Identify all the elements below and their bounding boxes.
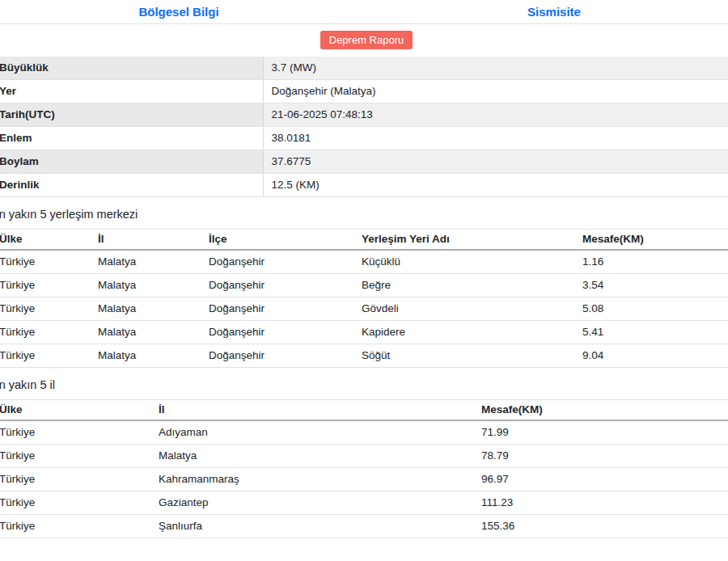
detail-row-latitude: Enlem 38.0181	[0, 127, 728, 150]
nav-link-bolgesel-bilgi[interactable]: Bölgesel Bilgi	[0, 5, 366, 19]
detail-row-date: Tarih(UTC) 21-06-2025 07:48:13	[0, 103, 728, 127]
top-nav: Bölgesel Bilgi Sismisite	[0, 0, 728, 24]
table-row: Türkiye Gaziantep 111.23	[0, 491, 728, 515]
cell-distance: 78.79	[473, 445, 728, 468]
cell-district: Doğanşehir	[201, 274, 353, 297]
cell-settlement: Gövdeli	[353, 297, 574, 321]
cell-distance: 5.08	[574, 297, 728, 321]
detail-label: Boylam	[0, 150, 263, 174]
cell-country: Türkiye	[0, 321, 90, 344]
cell-country: Türkiye	[0, 274, 90, 297]
cell-province: Malatya	[150, 445, 473, 468]
detail-label: Enlem	[0, 127, 263, 150]
cell-country: Türkiye	[0, 344, 90, 368]
detail-row-magnitude: Büyüklük 3.7 (MW)	[0, 57, 728, 80]
cell-province: Gaziantep	[150, 491, 473, 515]
detail-value: 37.6775	[263, 150, 728, 174]
detail-label: Yer	[0, 80, 263, 103]
cell-country: Türkiye	[0, 445, 150, 468]
cell-province: Malatya	[90, 274, 201, 297]
cell-settlement: Kapidere	[353, 321, 574, 344]
column-header-ulke: Ülke	[0, 400, 150, 421]
cell-distance: 1.16	[574, 250, 728, 274]
nearest-settlements-title: En yakın 5 yerleşim merkezi	[0, 208, 728, 221]
detail-value: 38.0181	[263, 127, 728, 150]
table-row: Türkiye Şanlıurfa 155.36	[0, 515, 728, 538]
cell-distance: 111.23	[473, 491, 728, 515]
cell-province: Şanlıurfa	[150, 515, 473, 538]
cell-distance: 3.54	[574, 274, 728, 297]
table-row: Türkiye Kahramanmaraş 96.97	[0, 468, 728, 491]
column-header-mesafe: Mesafe(KM)	[574, 230, 728, 251]
table-row: Türkiye Malatya Doğanşehir Küçüklü 1.16	[0, 250, 728, 274]
column-header-ilce: İlçe	[201, 230, 353, 251]
cell-country: Türkiye	[0, 420, 150, 445]
detail-value: 3.7 (MW)	[263, 57, 728, 80]
cell-district: Doğanşehir	[201, 344, 353, 368]
table-row: Türkiye Malatya Doğanşehir Gövdeli 5.08	[0, 297, 728, 321]
cell-province: Malatya	[90, 344, 201, 368]
column-header-il: İl	[90, 230, 201, 251]
cell-settlement: Beğre	[353, 274, 574, 297]
cell-distance: 9.04	[574, 344, 728, 368]
cell-district: Doğanşehir	[201, 321, 353, 344]
cell-distance: 5.41	[574, 321, 728, 344]
detail-label: Tarih(UTC)	[0, 103, 263, 127]
deprem-raporu-button[interactable]: Deprem Raporu	[320, 31, 413, 49]
table-row: Türkiye Malatya Doğanşehir Söğüt 9.04	[0, 344, 728, 368]
detail-value: 12.5 (KM)	[263, 174, 728, 197]
table-header-row: Ülke İl İlçe Yerleşim Yeri Adı Mesafe(KM…	[0, 230, 728, 251]
column-header-ulke: Ülke	[0, 230, 90, 251]
detail-row-depth: Derinlik 12.5 (KM)	[0, 174, 728, 197]
nearest-provinces-table: Ülke İl Mesafe(KM) Türkiye Adıyaman 71.9…	[0, 399, 728, 538]
detail-value: Doğanşehir (Malatya)	[263, 80, 728, 103]
report-button-row: Deprem Raporu	[0, 24, 728, 57]
nav-link-sismisite[interactable]: Sismisite	[366, 5, 728, 19]
cell-district: Doğanşehir	[201, 297, 353, 321]
page-wrapper: Bölgesel Bilgi Sismisite Deprem Raporu B…	[0, 0, 728, 538]
cell-province: Malatya	[90, 250, 201, 274]
cell-province: Malatya	[90, 321, 201, 344]
column-header-mesafe: Mesafe(KM)	[473, 400, 728, 421]
cell-country: Türkiye	[0, 297, 90, 321]
cell-distance: 96.97	[473, 468, 728, 491]
cell-country: Türkiye	[0, 468, 150, 491]
detail-value: 21-06-2025 07:48:13	[263, 103, 728, 127]
detail-label: Büyüklük	[0, 57, 263, 80]
cell-country: Türkiye	[0, 491, 150, 515]
cell-settlement: Küçüklü	[353, 250, 574, 274]
column-header-il: İl	[150, 400, 473, 421]
cell-district: Doğanşehir	[201, 250, 353, 274]
cell-province: Malatya	[90, 297, 201, 321]
cell-province: Kahramanmaraş	[150, 468, 473, 491]
earthquake-details-table: Büyüklük 3.7 (MW) Yer Doğanşehir (Malaty…	[0, 57, 728, 197]
cell-distance: 71.99	[473, 420, 728, 445]
cell-country: Türkiye	[0, 250, 90, 274]
detail-label: Derinlik	[0, 174, 263, 197]
detail-row-place: Yer Doğanşehir (Malatya)	[0, 80, 728, 103]
table-row: Türkiye Malatya Doğanşehir Kapidere 5.41	[0, 321, 728, 344]
cell-distance: 155.36	[473, 515, 728, 538]
cell-settlement: Söğüt	[353, 344, 574, 368]
nearest-settlements-table: Ülke İl İlçe Yerleşim Yeri Adı Mesafe(KM…	[0, 229, 728, 368]
table-header-row: Ülke İl Mesafe(KM)	[0, 400, 728, 421]
nearest-provinces-title: En yakın 5 il	[0, 378, 728, 392]
table-row: Türkiye Malatya 78.79	[0, 445, 728, 468]
cell-country: Türkiye	[0, 515, 150, 538]
table-row: Türkiye Adıyaman 71.99	[0, 420, 728, 445]
detail-row-longitude: Boylam 37.6775	[0, 150, 728, 174]
column-header-yerlesim: Yerleşim Yeri Adı	[353, 230, 574, 251]
table-row: Türkiye Malatya Doğanşehir Beğre 3.54	[0, 274, 728, 297]
cell-province: Adıyaman	[150, 420, 473, 445]
